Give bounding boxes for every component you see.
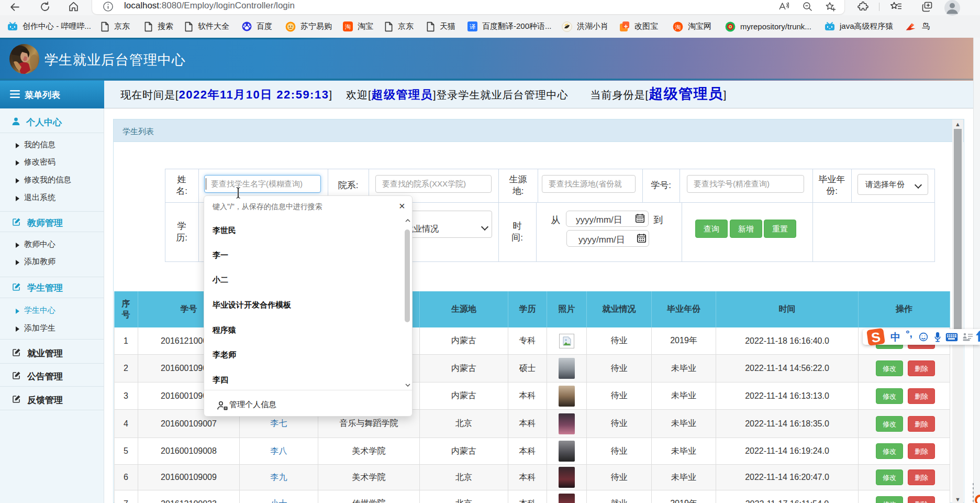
svg-text:淘: 淘	[344, 24, 351, 30]
svg-text:译: 译	[470, 24, 476, 30]
svg-text:淘: 淘	[675, 24, 681, 30]
